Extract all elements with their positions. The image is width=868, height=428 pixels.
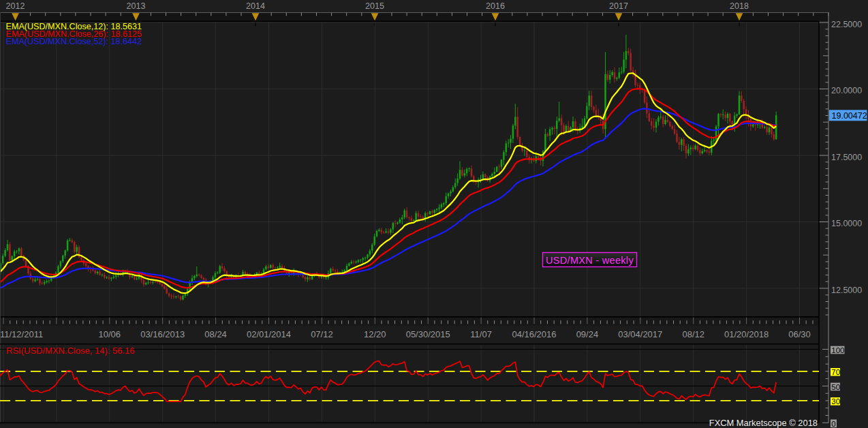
svg-text:2013: 2013 bbox=[127, 1, 146, 11]
svg-text:30: 30 bbox=[831, 397, 840, 406]
svg-text:06/30: 06/30 bbox=[788, 329, 811, 339]
svg-text:12/20: 12/20 bbox=[364, 329, 386, 339]
svg-text:11/12/2011: 11/12/2011 bbox=[0, 329, 43, 339]
svg-text:20.0000: 20.0000 bbox=[831, 86, 862, 95]
svg-text:05/30/2015: 05/30/2015 bbox=[406, 329, 450, 339]
svg-text:FXCM Marketscope © 2018: FXCM Marketscope © 2018 bbox=[709, 418, 818, 428]
svg-text:EMA(USD/MXN.Close,52): 18.6442: EMA(USD/MXN.Close,52): 18.6442 bbox=[6, 37, 142, 46]
svg-text:03/16/2013: 03/16/2013 bbox=[140, 329, 185, 339]
svg-text:22.5000: 22.5000 bbox=[831, 20, 862, 29]
svg-text:2016: 2016 bbox=[486, 1, 505, 11]
svg-text:01/20/2018: 01/20/2018 bbox=[724, 329, 769, 339]
svg-text:2015: 2015 bbox=[365, 1, 384, 11]
svg-text:2018: 2018 bbox=[730, 1, 749, 11]
svg-text:17.5000: 17.5000 bbox=[831, 153, 862, 162]
svg-text:50: 50 bbox=[831, 383, 840, 391]
svg-text:04/16/2016: 04/16/2016 bbox=[512, 329, 556, 339]
svg-text:03/04/2017: 03/04/2017 bbox=[618, 329, 662, 339]
svg-text:09/24: 09/24 bbox=[576, 329, 599, 339]
svg-text:19.00472: 19.00472 bbox=[832, 111, 867, 121]
svg-text:USD/MXN - weekly: USD/MXN - weekly bbox=[546, 255, 634, 266]
svg-text:0: 0 bbox=[831, 420, 835, 428]
svg-text:12.5000: 12.5000 bbox=[831, 286, 862, 295]
svg-text:2014: 2014 bbox=[246, 1, 265, 11]
svg-text:08/24: 08/24 bbox=[204, 329, 227, 339]
svg-text:10/06: 10/06 bbox=[99, 329, 121, 339]
svg-text:11/07: 11/07 bbox=[470, 329, 492, 339]
svg-text:2017: 2017 bbox=[609, 1, 628, 11]
svg-text:15.0000: 15.0000 bbox=[831, 219, 862, 228]
svg-text:2012: 2012 bbox=[6, 1, 25, 11]
svg-text:100: 100 bbox=[831, 346, 844, 354]
svg-text:08/12: 08/12 bbox=[682, 329, 704, 339]
svg-text:02/01/2014: 02/01/2014 bbox=[247, 329, 291, 339]
svg-text:RSI(USD/MXN.Close, 14): 56.16: RSI(USD/MXN.Close, 14): 56.16 bbox=[6, 346, 135, 356]
svg-text:07/12: 07/12 bbox=[311, 329, 333, 339]
svg-text:70: 70 bbox=[831, 368, 840, 376]
